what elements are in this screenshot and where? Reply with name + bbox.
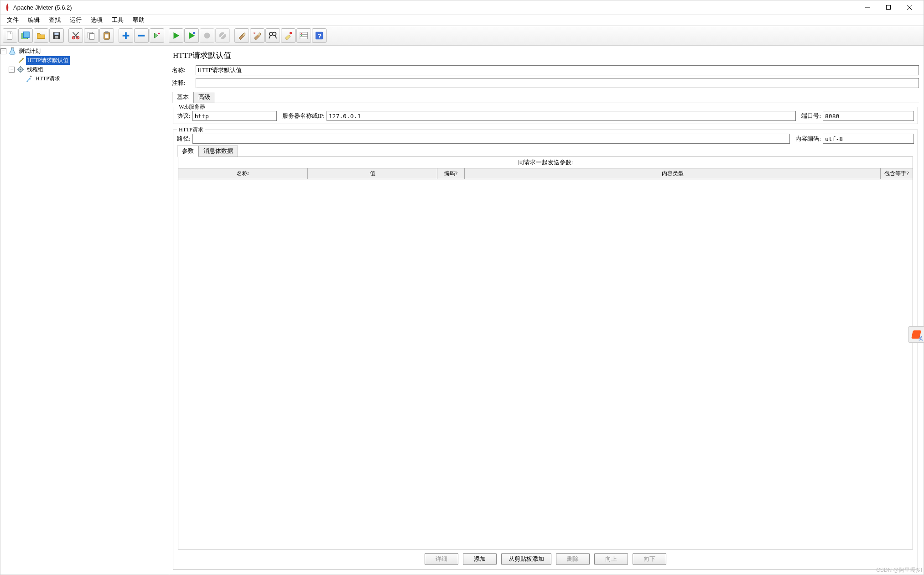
panel: HTTP请求默认值 名称: 注释: 基本 高级 Web服务器 协议: 服务器名 — [169, 46, 924, 575]
panel-title: HTTP请求默认值 — [172, 47, 919, 65]
watermark: CSDN @阿里嘎多f — [876, 566, 922, 574]
clear-all-icon[interactable]: × — [250, 28, 265, 43]
tab-basic[interactable]: 基本 — [172, 92, 194, 103]
th-value[interactable]: 值 — [308, 168, 437, 179]
svg-point-38 — [20, 69, 21, 70]
toggle-icon[interactable] — [150, 28, 164, 43]
legend-web: Web服务器 — [177, 103, 207, 111]
tree-label: 线程组 — [26, 65, 45, 74]
ime-mode: 英 — [919, 335, 923, 342]
label-server: 服务器名称或IP: — [282, 112, 327, 120]
minimize-button[interactable] — [857, 1, 878, 14]
tree-label: HTTP请求默认值 — [26, 56, 70, 65]
add-from-clipboard-button[interactable]: 从剪贴板添加 — [501, 553, 551, 565]
port-input[interactable] — [823, 111, 914, 121]
params-header-row: 名称: 值 编码? 内容类型 包含等于? — [178, 168, 913, 179]
tree-node-http-defaults[interactable]: HTTP请求默认值 — [0, 56, 169, 65]
menu-file[interactable]: 文件 — [2, 15, 23, 25]
sub-tabs: 参数 消息体数据 — [177, 146, 914, 157]
collapse-icon[interactable] — [134, 28, 149, 43]
tree-toggle[interactable]: − — [9, 67, 15, 73]
menu-options[interactable]: 选项 — [86, 15, 107, 25]
svg-rect-16 — [105, 34, 108, 38]
down-button[interactable]: 向下 — [633, 553, 666, 565]
tree-label: 测试计划 — [17, 47, 42, 56]
svg-rect-6 — [23, 32, 29, 38]
params-title: 同请求一起发送参数: — [178, 157, 913, 168]
th-encode[interactable]: 编码? — [437, 168, 465, 179]
svg-rect-36 — [11, 47, 14, 48]
menu-help[interactable]: 帮助 — [128, 15, 149, 25]
svg-point-26 — [270, 32, 273, 36]
up-button[interactable]: 向上 — [594, 553, 628, 565]
add-button[interactable]: 添加 — [463, 553, 497, 565]
menu-search[interactable]: 查找 — [44, 15, 65, 25]
start-no-timers-icon[interactable] — [184, 28, 199, 43]
tree[interactable]: − 测试计划 HTTP请求默认值 − 线程组 HTTP请求 — [0, 46, 169, 575]
subtab-body[interactable]: 消息体数据 — [198, 146, 238, 157]
clear-icon[interactable] — [234, 28, 249, 43]
comment-input[interactable] — [196, 78, 919, 88]
templates-icon[interactable] — [18, 28, 33, 43]
svg-rect-9 — [55, 36, 58, 39]
subtab-params[interactable]: 参数 — [177, 146, 199, 157]
tree-toggle[interactable]: − — [0, 48, 6, 54]
search-icon[interactable] — [265, 28, 280, 43]
label-encoding: 内容编码: — [795, 135, 823, 143]
svg-point-33 — [301, 35, 302, 36]
start-icon[interactable] — [169, 28, 183, 43]
path-input[interactable] — [192, 134, 790, 144]
delete-button[interactable]: 删除 — [556, 553, 590, 565]
svg-rect-4 — [7, 32, 12, 40]
pipette-icon — [26, 75, 33, 82]
maximize-button[interactable] — [878, 1, 899, 14]
label-protocol: 协议: — [177, 112, 192, 120]
tree-node-threadgroup[interactable]: − 线程组 — [0, 65, 169, 74]
fieldset-http: HTTP请求 路径: 内容编码: 参数 消息体数据 同请求一起发送参数: 名称: — [173, 130, 918, 570]
svg-point-32 — [301, 33, 302, 34]
window-title: Apache JMeter (5.6.2) — [13, 4, 72, 11]
stop-icon[interactable] — [200, 28, 214, 43]
tab-advanced[interactable]: 高级 — [193, 92, 215, 103]
fieldset-web-server: Web服务器 协议: 服务器名称或IP: 端口号: — [173, 107, 918, 124]
th-name[interactable]: 名称: — [178, 168, 308, 179]
legend-http: HTTP请求 — [177, 126, 205, 134]
tree-node-testplan[interactable]: − 测试计划 — [0, 47, 169, 56]
menu-run[interactable]: 运行 — [65, 15, 86, 25]
function-helper-icon[interactable] — [296, 28, 311, 43]
menu-edit[interactable]: 编辑 — [23, 15, 44, 25]
flask-icon — [9, 47, 16, 55]
gear-icon — [17, 66, 24, 73]
svg-rect-13 — [89, 33, 94, 39]
svg-rect-1 — [887, 5, 891, 10]
encoding-input[interactable] — [823, 134, 914, 144]
toolbar: × ? — [0, 26, 924, 46]
ime-indicator[interactable]: 英 — [908, 326, 924, 343]
params-buttons: 详细 添加 从剪贴板添加 删除 向上 向下 — [177, 549, 914, 567]
help-icon[interactable]: ? — [312, 28, 327, 43]
open-icon[interactable] — [34, 28, 48, 43]
save-icon[interactable] — [49, 28, 64, 43]
svg-point-21 — [193, 32, 196, 35]
close-button[interactable] — [899, 1, 920, 14]
new-icon[interactable] — [3, 28, 17, 43]
params-body[interactable] — [178, 179, 913, 549]
detail-button[interactable]: 详细 — [425, 553, 458, 565]
cut-icon[interactable] — [68, 28, 83, 43]
th-content-type[interactable]: 内容类型 — [465, 168, 881, 179]
paste-icon[interactable] — [99, 28, 114, 43]
params-table: 同请求一起发送参数: 名称: 值 编码? 内容类型 包含等于? — [178, 157, 913, 549]
menu-tools[interactable]: 工具 — [107, 15, 128, 25]
copy-icon[interactable] — [84, 28, 99, 43]
shutdown-icon[interactable] — [215, 28, 230, 43]
tree-node-http-request[interactable]: HTTP请求 — [0, 74, 169, 83]
expand-icon[interactable] — [119, 28, 133, 43]
th-equals[interactable]: 包含等于? — [881, 168, 913, 179]
svg-point-28 — [290, 32, 292, 35]
svg-rect-8 — [54, 33, 58, 35]
name-input[interactable] — [196, 65, 919, 75]
reset-search-icon[interactable] — [281, 28, 296, 43]
protocol-input[interactable] — [192, 111, 277, 121]
menubar: 文件 编辑 查找 运行 选项 工具 帮助 — [0, 15, 924, 26]
server-input[interactable] — [327, 111, 796, 121]
